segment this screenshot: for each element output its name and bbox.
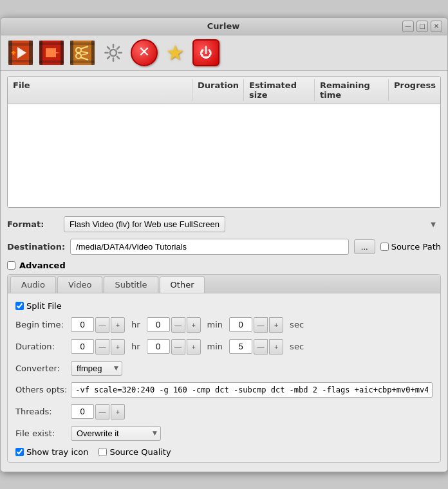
duration-minutes-input[interactable] [147, 339, 170, 354]
duration-hours-plus[interactable]: + [111, 339, 125, 355]
power-button[interactable]: ⏻ [192, 39, 219, 66]
source-path-label[interactable]: Source Path [391, 242, 441, 252]
begin-hours-minus[interactable]: — [95, 317, 109, 333]
others-opts-input[interactable] [71, 382, 433, 398]
bottom-checkboxes: Show tray icon Source Quality [15, 447, 433, 457]
format-select[interactable]: Flash Video (flv) for Web use FullScreen [64, 216, 225, 232]
close-button[interactable]: ✕ [431, 21, 442, 32]
begin-minutes-spinner: — + [147, 317, 201, 333]
split-file-group: Split File [15, 301, 62, 311]
split-file-row: Split File [15, 301, 433, 311]
converter-row: Converter: ffmpeg avconv [15, 361, 433, 376]
threads-row: Threads: — + [15, 404, 433, 420]
window-title: Curlew [44, 21, 402, 31]
others-opts-row: Others opts: [15, 382, 433, 398]
file-exist-label: File exist: [15, 429, 67, 438]
duration-minutes-plus[interactable]: + [187, 339, 201, 355]
begin-seconds-minus[interactable]: — [254, 317, 268, 333]
svg-line-33 [107, 56, 109, 58]
duration-minutes-unit: min [207, 342, 223, 351]
source-quality-group: Source Quality [98, 447, 171, 457]
minimize-button[interactable]: — [402, 21, 414, 32]
duration-hours-minus[interactable]: — [95, 339, 109, 355]
svg-line-30 [107, 46, 109, 48]
destination-label: Destination: [7, 242, 65, 252]
advanced-section: Advanced Audio Video Subtitle Other Spli… [7, 261, 441, 463]
threads-input[interactable] [71, 404, 94, 419]
begin-seconds-input[interactable] [229, 317, 252, 332]
duration-minutes-spinner: — + [147, 339, 201, 355]
tab-video[interactable]: Video [57, 276, 102, 293]
star-icon: ★ [166, 41, 185, 65]
main-window: Curlew — □ ✕ [0, 17, 448, 472]
svg-rect-18 [70, 60, 95, 63]
tab-audio[interactable]: Audio [10, 276, 56, 293]
begin-minutes-plus[interactable]: + [187, 317, 201, 333]
file-exist-select[interactable]: Overwrite it Skip it Ask me [71, 426, 161, 441]
begin-minutes-minus[interactable]: — [171, 317, 185, 333]
converter-select[interactable]: ffmpeg avconv [71, 361, 122, 376]
source-path-checkbox[interactable] [380, 243, 389, 251]
show-tray-icon-checkbox[interactable] [15, 448, 24, 456]
source-quality-checkbox[interactable] [98, 448, 107, 456]
favorite-button[interactable]: ★ [162, 39, 189, 66]
source-path-group: Source Path [380, 242, 441, 252]
cancel-button[interactable]: ✕ [131, 39, 158, 66]
settings-icon [103, 42, 124, 63]
duration-label: Duration: [15, 342, 67, 351]
file-list-container: File Duration Estimated size Remaining t… [7, 76, 441, 208]
duration-hours-spinner: — + [71, 339, 125, 355]
add-video-button[interactable] [7, 39, 34, 66]
column-size: Estimated size [244, 79, 315, 101]
duration-seconds-plus[interactable]: + [269, 339, 283, 355]
begin-hours-plus[interactable]: + [111, 317, 125, 333]
advanced-checkbox[interactable] [7, 261, 15, 270]
svg-rect-17 [70, 42, 95, 45]
browse-button[interactable]: ... [354, 239, 375, 254]
format-row: Format: Flash Video (flv) for Web use Fu… [1, 213, 447, 235]
threads-minus[interactable]: — [95, 404, 109, 420]
convert-icon [39, 41, 64, 65]
duration-seconds-input[interactable] [229, 339, 252, 354]
show-tray-icon-label[interactable]: Show tray icon [26, 447, 88, 457]
show-tray-icon-group: Show tray icon [15, 447, 88, 457]
destination-input[interactable] [70, 239, 349, 255]
svg-line-32 [117, 46, 119, 48]
duration-seconds-minus[interactable]: — [254, 339, 268, 355]
file-list-header: File Duration Estimated size Remaining t… [8, 77, 440, 104]
format-select-wrapper: Flash Video (flv) for Web use FullScreen [64, 216, 441, 232]
destination-row: Destination: ... Source Path [1, 235, 447, 258]
window-controls: — □ ✕ [402, 21, 442, 32]
file-exist-select-wrapper: Overwrite it Skip it Ask me [71, 426, 161, 441]
svg-rect-3 [8, 43, 33, 46]
column-remaining: Remaining time [315, 79, 389, 101]
source-quality-label[interactable]: Source Quality [109, 447, 171, 457]
split-file-label[interactable]: Split File [26, 301, 62, 311]
threads-spinner: — + [71, 404, 125, 420]
duration-hours-input[interactable] [71, 339, 94, 354]
duration-minutes-minus[interactable]: — [171, 339, 185, 355]
titlebar: Curlew — □ ✕ [1, 18, 447, 35]
maximize-button[interactable]: □ [416, 21, 428, 32]
begin-hours-input[interactable] [71, 317, 94, 332]
begin-seconds-unit: sec [290, 320, 304, 329]
tab-other[interactable]: Other [160, 276, 205, 293]
toolbar: ✕ ★ ⏻ [1, 35, 447, 71]
threads-plus[interactable]: + [111, 404, 125, 420]
begin-minutes-input[interactable] [147, 317, 170, 332]
advanced-label[interactable]: Advanced [19, 261, 66, 270]
svg-rect-12 [39, 60, 64, 63]
split-file-checkbox[interactable] [15, 302, 24, 310]
duration-seconds-unit: sec [290, 342, 304, 351]
convert-button[interactable] [38, 39, 65, 66]
clear-icon [70, 41, 95, 65]
settings-button[interactable] [100, 39, 127, 66]
tab-subtitle[interactable]: Subtitle [104, 276, 158, 293]
power-icon: ⏻ [200, 46, 212, 59]
clear-button[interactable] [69, 39, 96, 66]
cancel-icon: ✕ [138, 45, 150, 59]
duration-hours-unit: hr [131, 342, 140, 351]
tabs-container: Audio Video Subtitle Other Split File Be… [7, 274, 441, 463]
begin-seconds-plus[interactable]: + [269, 317, 283, 333]
threads-label: Threads: [15, 407, 67, 416]
